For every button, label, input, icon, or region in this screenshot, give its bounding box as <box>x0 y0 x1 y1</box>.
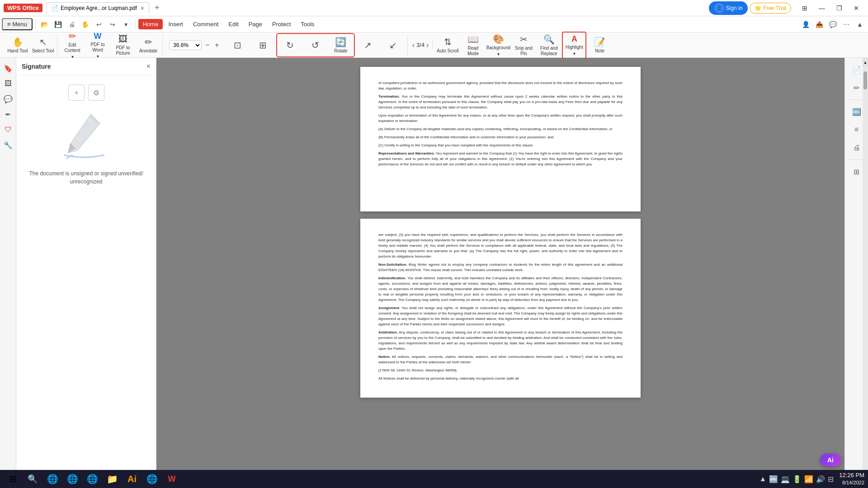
layout-button[interactable]: ⊞ <box>797 2 813 14</box>
tray-lang[interactable]: 🔤 <box>769 475 778 483</box>
pdf-text: are subject; (3) you have the required s… <box>378 232 623 259</box>
chrome-button-2[interactable]: 🌐 <box>63 471 81 487</box>
export-button[interactable]: 📤 <box>813 18 826 31</box>
note-button[interactable]: 📝 Note <box>587 35 612 56</box>
scroll-up-arrow[interactable]: ▲ <box>863 58 868 67</box>
annotate-button[interactable]: ✏ Annotate <box>136 35 160 56</box>
page-menu-item[interactable]: Page <box>244 19 267 29</box>
hand-tool-button[interactable]: ✋ Hand Tool <box>5 35 30 56</box>
sidebar-thumbnail-icon[interactable]: 🖼 <box>1 77 15 90</box>
tab-close-button[interactable]: × <box>141 5 144 12</box>
next-page-button[interactable]: › <box>426 41 429 49</box>
auto-scroll-icon: ⇅ <box>444 37 452 47</box>
sidebar-stamp-icon[interactable]: 🛡 <box>1 123 15 136</box>
open-button[interactable]: 📂 <box>38 18 51 31</box>
undo-button[interactable]: ↩ <box>93 18 105 31</box>
free-trial-button[interactable]: 🌟 Free Trial <box>750 3 791 14</box>
rotate-ccw-button[interactable]: ↺ <box>303 35 328 55</box>
read-icon: 📖 <box>467 34 479 45</box>
home-menu-item[interactable]: Home <box>138 19 163 29</box>
select-tool-button[interactable]: ↖ Select Tool <box>31 35 55 56</box>
minimize-button[interactable]: — <box>814 2 830 14</box>
ai-button[interactable]: Ai <box>820 454 841 466</box>
signature-drawing <box>41 110 132 164</box>
zoom-out-button[interactable]: − <box>203 40 211 50</box>
taskbar-clock[interactable]: 12:26 PM 8/14/2022 <box>839 471 864 487</box>
find-replace-button[interactable]: 🔍 Find and Replace <box>537 32 561 58</box>
wps-logo[interactable]: WPS Office <box>4 4 42 12</box>
chrome-icon-3: 🌐 <box>87 474 98 484</box>
pdf-text: of competent jurisdiction or an authoriz… <box>378 80 623 91</box>
pdf-content-area[interactable]: of competent jurisdiction or an authoriz… <box>156 58 844 472</box>
tray-volume[interactable]: 🔊 <box>816 475 825 483</box>
tray-expand[interactable]: ▲ <box>760 475 767 483</box>
sidebar-bookmark-icon[interactable]: 🔖 <box>1 61 15 75</box>
background-button[interactable]: 🎨 Background ▾ <box>486 32 510 58</box>
redo-button[interactable]: ↪ <box>106 18 119 31</box>
zoom-in-button[interactable]: + <box>213 40 221 50</box>
chrome-button-3[interactable]: 🌐 <box>83 471 101 487</box>
tray-battery[interactable]: 🔋 <box>793 475 802 483</box>
edit-menu-item[interactable]: Edit <box>224 19 243 29</box>
dropdown-button[interactable]: ▾ <box>120 18 132 31</box>
tray-wifi[interactable]: 📶 <box>804 475 813 483</box>
taskbar: ⊞ 🔍 🌐 🌐 🌐 📁 Ai 🌐 W ▲ 🔤 💻 🔋 📶 🔊 ⊟ 12:26 P… <box>0 470 868 488</box>
menu-button[interactable]: ≡ Menu <box>2 18 33 30</box>
sidebar-extra-icon[interactable]: 🔧 <box>1 138 15 152</box>
signature-close-button[interactable]: × <box>146 62 151 70</box>
tools-menu-item[interactable]: Tools <box>296 19 319 29</box>
avatar: 👤 <box>714 3 724 13</box>
auto-scroll-button[interactable]: ⇅ Auto Scroll <box>435 35 460 56</box>
clock-date: 8/14/2022 <box>839 479 864 486</box>
start-icon: ⊞ <box>9 474 17 484</box>
chrome-icon-1: 🌐 <box>47 474 58 484</box>
highlight-button[interactable]: A Highlight ▾ <box>562 32 586 59</box>
folder-button[interactable]: 📁 <box>103 471 121 487</box>
rotate-icon: 🔄 <box>335 37 346 47</box>
close-button[interactable]: ✕ <box>848 2 864 14</box>
snip-pin-button[interactable]: ✂ Snip and Pin <box>511 32 536 58</box>
sig-options-button[interactable]: ⚙ <box>88 84 104 101</box>
annotate-icon: ✏ <box>145 37 152 47</box>
menu-bar: ≡ Menu 📂 💾 🖨 ✋ ↩ ↪ ▾ Home Insert Comment… <box>0 16 868 33</box>
rotate-button[interactable]: 🔄 Rotate <box>329 35 353 56</box>
active-tab[interactable]: 📄 Employee Agre...or Luqman.pdf × <box>46 2 149 14</box>
sig-add-button[interactable]: ＋ <box>68 84 85 101</box>
page-fit-button[interactable]: ⊡ <box>226 35 250 55</box>
comment-menu-item[interactable]: Comment <box>189 19 223 29</box>
search-button[interactable]: 🔍 <box>24 471 42 487</box>
prev-page-button[interactable]: ‹ <box>412 41 415 49</box>
pdf-text: (C) Certify in writing to the Company th… <box>378 143 623 148</box>
maximize-button[interactable]: ❐ <box>831 2 847 14</box>
rotate-cw-button[interactable]: ↻ <box>278 35 302 55</box>
read-mode-button[interactable]: 📖 Read Mode <box>461 32 485 58</box>
bg-dropdown-arrow: ▾ <box>497 52 500 56</box>
wps-taskbar-button[interactable]: W <box>163 471 181 487</box>
tray-network[interactable]: 💻 <box>781 475 790 483</box>
edit-content-button[interactable]: ✏ Edit Content ▾ <box>60 29 85 61</box>
comment-button[interactable]: 💬 <box>826 18 839 31</box>
insert-menu-item[interactable]: Insert <box>164 19 188 29</box>
share-button[interactable]: 👤 <box>799 18 812 31</box>
sign-in-button[interactable]: 👤 Sign in <box>709 1 748 15</box>
pdf-to-word-button[interactable]: W PDF to Word ▾ <box>85 30 110 61</box>
page-width-button[interactable]: ⊞ <box>251 35 275 55</box>
flip-h-button[interactable]: ↗ <box>356 35 380 55</box>
sidebar-pen-icon[interactable]: ✒ <box>1 108 15 121</box>
flip-v-button[interactable]: ↙ <box>381 35 406 55</box>
protect-menu-item[interactable]: Protect <box>268 19 295 29</box>
tray-notification[interactable]: ⊟ <box>828 475 834 483</box>
signature-title: Signature <box>22 63 51 70</box>
pdf-text: Non-Solicitation. Blog Writer agrees not… <box>378 262 623 273</box>
more-button[interactable]: ⋯ <box>840 18 853 31</box>
add-tab-button[interactable]: + <box>155 3 160 13</box>
start-button[interactable]: ⊞ <box>4 471 22 487</box>
chrome-button-1[interactable]: 🌐 <box>43 471 61 487</box>
sidebar-comment-icon[interactable]: 💬 <box>1 92 15 106</box>
scroll-thumb[interactable] <box>863 71 867 89</box>
chrome-button-4[interactable]: 🌐 <box>143 471 161 487</box>
pdf-to-picture-button[interactable]: 🖼 PDF to Picture <box>111 32 135 58</box>
collapse-button[interactable]: ▲ <box>854 18 866 31</box>
zoom-select[interactable]: 36.6% 50% 75% 100% <box>169 40 202 50</box>
illustrator-button[interactable]: Ai <box>123 471 141 487</box>
